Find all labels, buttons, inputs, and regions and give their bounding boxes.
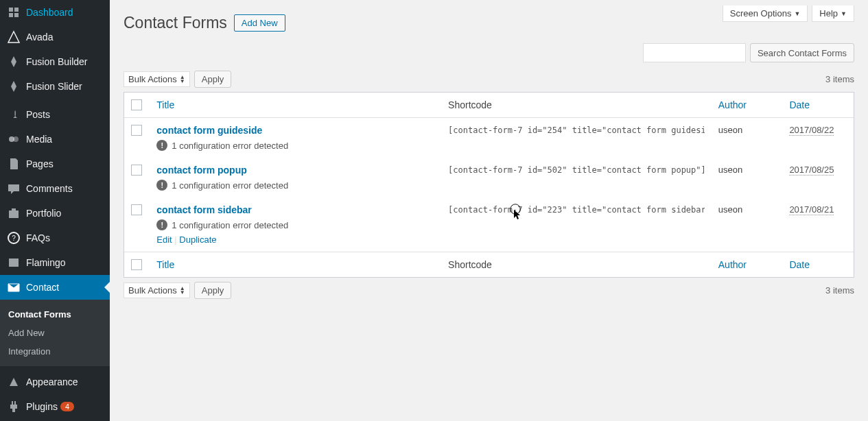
sidebar-item-dashboard[interactable]: Dashboard xyxy=(0,0,110,25)
sidebar-item-avada[interactable]: Avada xyxy=(0,25,110,49)
fusion-icon xyxy=(7,80,21,93)
select-all-checkbox-bottom[interactable] xyxy=(131,259,142,270)
sidebar-item-label: Fusion Slider xyxy=(26,81,82,92)
svg-rect-3 xyxy=(12,208,16,210)
sidebar-item-contact[interactable]: Contact xyxy=(0,275,110,300)
warning-icon: ! xyxy=(156,180,167,191)
edit-link[interactable]: Edit xyxy=(156,234,172,245)
sidebar-item-comments[interactable]: Comments xyxy=(0,176,110,201)
date-cell: 2017/08/22 xyxy=(789,125,834,136)
sidebar-item-label: Dashboard xyxy=(26,7,73,18)
sidebar-item-plugins[interactable]: Plugins4 xyxy=(0,394,110,419)
author-cell: useon xyxy=(712,118,783,158)
author-cell: useon xyxy=(712,197,783,252)
sidebar-item-label: FAQs xyxy=(26,232,50,243)
column-date-bottom[interactable]: Date xyxy=(789,259,810,270)
sidebar-item-flamingo[interactable]: Flamingo xyxy=(0,250,110,275)
sidebar-item-label: Posts xyxy=(26,109,50,120)
submenu-item-add-new[interactable]: Add New xyxy=(0,324,110,342)
config-error: !1 configuration error detected xyxy=(156,219,434,230)
search-button[interactable]: Search Contact Forms xyxy=(750,43,854,62)
forms-table: Title Shortcode Author Date contact form… xyxy=(124,92,854,278)
table-row: contact form sidebar!1 configuration err… xyxy=(124,197,854,252)
warning-icon: ! xyxy=(156,140,167,151)
sidebar-item-fusion-slider[interactable]: Fusion Slider xyxy=(0,74,110,99)
plugin-icon xyxy=(7,400,21,413)
shortcode-input[interactable] xyxy=(448,165,705,175)
sidebar-item-label: Comments xyxy=(26,183,73,194)
column-shortcode: Shortcode xyxy=(441,93,712,118)
config-error: !1 configuration error detected xyxy=(156,140,434,151)
apply-button[interactable]: Apply xyxy=(194,71,232,88)
page-title: Contact Forms xyxy=(124,14,227,32)
item-count: 3 items xyxy=(825,74,854,84)
form-title-link[interactable]: contact form popup xyxy=(156,165,246,176)
sidebar-item-faqs[interactable]: ?FAQs xyxy=(0,226,110,250)
search-input[interactable] xyxy=(643,43,746,62)
submenu-item-contact-forms[interactable]: Contact Forms xyxy=(0,305,110,324)
form-title-link[interactable]: contact form sidebar xyxy=(156,204,251,215)
sidebar-item-pages[interactable]: Pages xyxy=(0,152,110,176)
row-checkbox[interactable] xyxy=(131,125,142,136)
svg-point-1 xyxy=(13,136,19,142)
sidebar-item-posts[interactable]: Posts xyxy=(0,102,110,127)
mail-icon xyxy=(7,280,21,294)
admin-sidebar: DashboardAvadaFusion BuilderFusion Slide… xyxy=(0,0,110,421)
appearance-icon xyxy=(7,375,21,389)
row-checkbox[interactable] xyxy=(131,204,142,215)
config-error: !1 configuration error detected xyxy=(156,180,434,191)
sidebar-item-label: Plugins xyxy=(26,401,58,412)
sidebar-item-label: Avada xyxy=(26,32,53,43)
date-cell: 2017/08/21 xyxy=(789,204,834,215)
warning-icon: ! xyxy=(156,219,167,230)
media-icon xyxy=(7,132,21,146)
bulk-actions-select-bottom[interactable]: Bulk Actions▲▼ xyxy=(124,282,190,298)
help-tab[interactable]: Help ▼ xyxy=(812,5,854,22)
sidebar-item-label: Media xyxy=(26,134,52,145)
author-cell: useon xyxy=(712,158,783,197)
portfolio-icon xyxy=(7,206,21,220)
apply-button-bottom[interactable]: Apply xyxy=(194,282,232,299)
form-title-link[interactable]: contact form guideside xyxy=(156,125,262,136)
select-all-checkbox[interactable] xyxy=(131,99,142,110)
shortcode-input[interactable] xyxy=(448,205,705,215)
dashboard-icon xyxy=(7,5,21,19)
sidebar-item-label: Pages xyxy=(26,158,54,169)
sidebar-item-label: Appearance xyxy=(26,376,78,387)
page-icon xyxy=(7,157,21,171)
svg-text:?: ? xyxy=(12,234,16,242)
comment-icon xyxy=(7,182,21,195)
sidebar-item-media[interactable]: Media xyxy=(0,127,110,152)
sidebar-item-label: Flamingo xyxy=(26,257,66,268)
duplicate-link[interactable]: Duplicate xyxy=(179,234,216,245)
avada-icon xyxy=(7,30,21,44)
table-row: contact form popup!1 configuration error… xyxy=(124,158,854,197)
flamingo-icon xyxy=(7,256,21,269)
screen-options-tab[interactable]: Screen Options ▼ xyxy=(723,5,808,22)
column-author-bottom[interactable]: Author xyxy=(718,259,747,270)
column-date[interactable]: Date xyxy=(789,99,810,110)
faq-icon: ? xyxy=(7,231,21,245)
column-shortcode-bottom: Shortcode xyxy=(441,252,712,277)
table-row: contact form guideside!1 configuration e… xyxy=(124,118,854,158)
svg-rect-6 xyxy=(9,258,19,267)
row-checkbox[interactable] xyxy=(131,165,142,176)
sidebar-item-appearance[interactable]: Appearance xyxy=(0,370,110,394)
update-badge: 4 xyxy=(60,402,74,411)
bulk-actions-select[interactable]: Bulk Actions▲▼ xyxy=(124,71,190,87)
submenu-item-integration[interactable]: Integration xyxy=(0,342,110,361)
fusion-icon xyxy=(7,55,21,69)
sidebar-item-label: Portfolio xyxy=(26,208,61,219)
add-new-button[interactable]: Add New xyxy=(234,14,285,32)
item-count-bottom: 3 items xyxy=(825,285,854,296)
sidebar-submenu: Contact FormsAdd NewIntegration xyxy=(0,300,110,366)
sidebar-item-fusion-builder[interactable]: Fusion Builder xyxy=(0,49,110,74)
sidebar-item-label: Contact xyxy=(26,282,59,293)
sidebar-item-portfolio[interactable]: Portfolio xyxy=(0,201,110,226)
sidebar-item-label: Fusion Builder xyxy=(26,56,88,67)
column-title-bottom[interactable]: Title xyxy=(156,259,174,270)
svg-rect-2 xyxy=(9,210,19,218)
column-author[interactable]: Author xyxy=(718,99,747,110)
shortcode-input[interactable] xyxy=(448,125,705,135)
column-title[interactable]: Title xyxy=(156,99,174,110)
